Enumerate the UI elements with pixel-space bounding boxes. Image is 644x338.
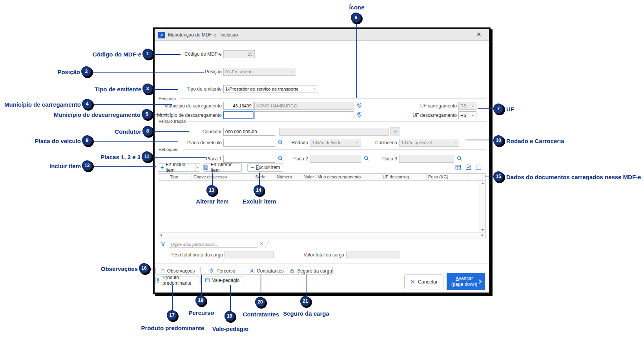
uf-descarregamento-select[interactable]: RS: [458, 111, 476, 119]
callout-badge-8: 8: [142, 126, 153, 136]
window-title: Manutenção de MDF-e - Inclusão: [168, 32, 238, 38]
callout-badge-2: 2: [81, 66, 91, 76]
close-icon[interactable]: ✕: [476, 31, 482, 38]
callout-label-12: Incluir item: [49, 163, 81, 169]
callout-badge-17: 17: [167, 310, 177, 320]
alterar-item-button[interactable]: F3-Alterar item: [203, 163, 242, 172]
contratantes-page-button[interactable]: Contratantes: [245, 267, 288, 275]
observacoes-page-button[interactable]: Observações: [155, 267, 199, 275]
callout-label-5: Município de descarregamento: [54, 111, 140, 118]
column-layout-icon[interactable]: [455, 164, 461, 170]
chevron-down-icon: [453, 141, 457, 145]
placa3-field[interactable]: [399, 155, 454, 163]
produto-predominante-page-button[interactable]: Produto predominante: [155, 276, 199, 284]
column-header[interactable]: Valor: [294, 174, 316, 180]
vertical-scrollbar[interactable]: [480, 181, 485, 233]
column-header[interactable]: Peso (KG): [427, 174, 467, 180]
scroll-down-icon[interactable]: [481, 229, 484, 231]
mdfe-dialog: ↗ Manutenção de MDF-e - Inclusão ✕ Códig…: [153, 27, 491, 294]
veiculo-group-label: Veículo tração: [159, 119, 186, 124]
carroceria-label: Carroceria: [342, 140, 397, 145]
cancel-button[interactable]: ✕ Cancelar: [404, 274, 443, 289]
callout-line-13: [212, 173, 213, 185]
condutor-name-field[interactable]: [279, 128, 389, 136]
callout-line-5: [153, 114, 168, 115]
callout-label-18: Percurso: [172, 309, 231, 316]
callout-badge-15: 15: [493, 171, 504, 182]
carroceria-select[interactable]: 1-Não aplicável: [399, 139, 459, 147]
chevron-down-icon: [471, 104, 474, 108]
clear-search-icon[interactable]: ✕: [260, 241, 263, 246]
callout-badge-1: 1: [142, 49, 153, 59]
callout-line-19: [230, 285, 231, 311]
callout-badge-14: 14: [254, 185, 264, 195]
callout-label-15: Dados do documentos carregados nesse MDF…: [506, 174, 641, 180]
codigo-field[interactable]: [223, 50, 255, 58]
column-header[interactable]: Série: [249, 174, 267, 180]
callout-label-19: Vale-pedágio: [201, 325, 260, 332]
seguro-carga-page-button[interactable]: Seguro da carga: [289, 267, 333, 275]
avancar-button[interactable]: Avançar(page down): [447, 273, 485, 290]
placa2-label: Placa 2: [255, 156, 308, 162]
callout-label-7: UF: [506, 106, 514, 113]
callout-label-4: Município de carregamento: [4, 101, 81, 108]
posicao-select[interactable]: 01-Em aberto: [223, 68, 296, 76]
filter-funnel-icon[interactable]: [160, 241, 166, 247]
horizontal-scrollbar[interactable]: [158, 232, 485, 238]
column-header[interactable]: Número: [267, 174, 294, 180]
vale-pedagio-page-button[interactable]: Vale-pedágio: [200, 276, 244, 284]
plus-icon: +: [161, 165, 164, 170]
column-header[interactable]: UF descarreg.: [381, 174, 427, 180]
callout-line-4: [93, 104, 172, 105]
callout-line-2: [93, 72, 204, 73]
percurso-group-label: Percurso: [159, 96, 176, 101]
search-icon[interactable]: [456, 155, 462, 161]
scroll-right-icon[interactable]: [482, 234, 483, 237]
bottle-icon: [156, 278, 160, 283]
map-pin-icon[interactable]: [356, 102, 362, 109]
percurso-page-button[interactable]: Percurso: [200, 267, 244, 275]
incluir-item-button[interactable]: + F2-Incluir item ▾: [158, 163, 200, 172]
checkbox-empty-icon[interactable]: [476, 164, 482, 170]
add-condutor-button[interactable]: +: [390, 127, 400, 136]
documents-grid: Tipo Chave de acesso Série Número Valor …: [158, 173, 486, 238]
toll-card-icon: [205, 278, 210, 283]
rodado-label: Rodado: [255, 140, 308, 145]
callout-line-3: [154, 89, 178, 90]
mun-carregamento-code-field[interactable]: [223, 102, 254, 110]
search-input[interactable]: [169, 241, 257, 248]
map-pin-icon: [209, 268, 214, 274]
column-header[interactable]: Chave de acesso: [192, 174, 249, 180]
grid-header[interactable]: Tipo Chave de acesso Série Número Valor …: [158, 174, 485, 181]
mun-descarregamento-name-field[interactable]: [254, 111, 354, 119]
excluir-item-button[interactable]: − Excluir item: [247, 163, 283, 172]
valor-total-field[interactable]: [346, 251, 400, 258]
split-dropdown-icon[interactable]: ▾: [195, 164, 200, 171]
callout-line-11: [153, 157, 206, 158]
filter-panel-edge: [265, 241, 269, 248]
callout-label-14: Excluir item: [230, 198, 289, 205]
mun-descarregamento-code-field[interactable]: [223, 111, 254, 119]
overflow-menu-icon[interactable]: ⋮: [480, 174, 484, 180]
mun-carregamento-name-field[interactable]: [254, 102, 354, 110]
callout-label-6: Ícone: [337, 4, 376, 11]
callout-line-8: [154, 131, 189, 132]
callout-badge-10: 10: [493, 135, 504, 145]
app-icon: ↗: [158, 32, 165, 38]
mun-descarregamento-label: Município de descarregamento: [155, 113, 222, 118]
scroll-left-icon[interactable]: [160, 234, 162, 237]
callout-line-10: [465, 140, 494, 140]
column-header[interactable]: Mun.descarregamento: [316, 174, 381, 180]
uf-carregamento-select[interactable]: RS: [458, 102, 476, 110]
scroll-up-icon[interactable]: [481, 182, 484, 184]
condutor-cpf-field[interactable]: [223, 128, 275, 136]
select-all-checkbox[interactable]: [158, 174, 168, 180]
peso-total-field[interactable]: [224, 251, 274, 258]
checkbox-checked-icon[interactable]: [465, 164, 471, 170]
page-icon: [160, 268, 165, 274]
title-bar[interactable]: ↗ Manutenção de MDF-e - Inclusão ✕: [155, 29, 489, 41]
column-header[interactable]: Tipo: [168, 174, 192, 180]
tipo-emitente-select[interactable]: 1-Prestador de serviço de transporte: [223, 85, 318, 93]
map-pin-icon[interactable]: [356, 112, 362, 118]
callout-label-9: Placa do veículo: [35, 138, 81, 144]
